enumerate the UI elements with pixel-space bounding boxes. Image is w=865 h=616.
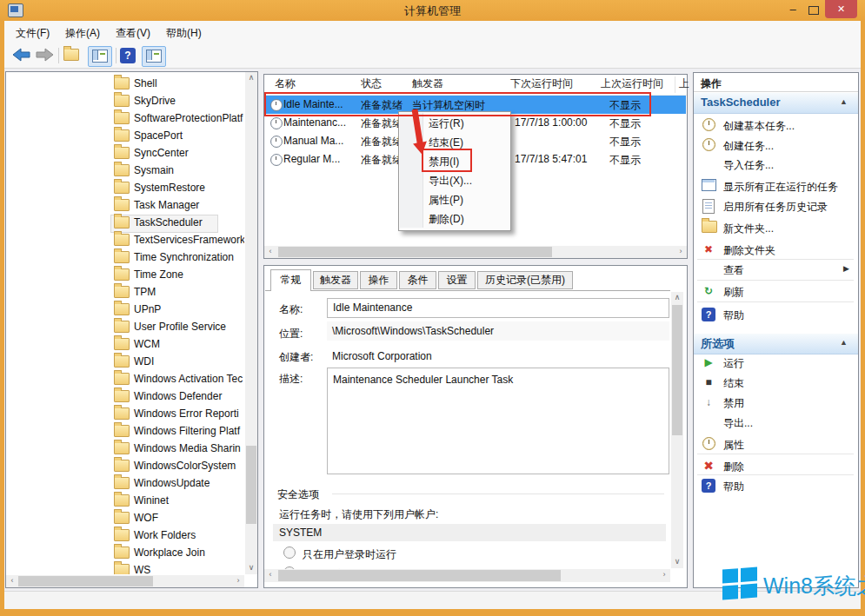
tree-hscroll-thumb[interactable]	[18, 576, 153, 586]
tree-item-windefender[interactable]: Windows Defender	[6, 388, 241, 406]
scroll-right-icon[interactable]: ›	[675, 246, 687, 258]
action-view[interactable]: 查看 ▶	[694, 260, 858, 280]
tree-item-winerrorreport[interactable]: Windows Error Reporti	[6, 406, 241, 423]
action-enable-task-history[interactable]: 启用所有任务历史记录	[694, 196, 858, 216]
action-import-task[interactable]: 导入任务...	[694, 155, 858, 175]
action-show-running-tasks[interactable]: 显示所有正在运行的任务	[694, 176, 858, 196]
action-new-folder[interactable]: 新文件夹...	[694, 218, 858, 238]
props-vscroll-thumb[interactable]	[672, 305, 682, 435]
column-divider[interactable]	[675, 76, 675, 93]
tree-item-winactivation[interactable]: Windows Activation Tec	[6, 371, 241, 388]
col-lastresult[interactable]: 上	[679, 76, 689, 91]
tree-item-winfiltering[interactable]: Windows Filtering Platf	[6, 423, 241, 440]
tree-item-userprofile[interactable]: User Profile Service	[6, 319, 241, 336]
action-run[interactable]: ▶ 运行	[694, 353, 858, 373]
tree-item-wincolorsystem[interactable]: WindowsColorSystem	[6, 458, 241, 475]
tab-general[interactable]: 常规	[270, 269, 311, 291]
tree-item-shell[interactable]: Shell	[6, 76, 241, 93]
scroll-up-icon[interactable]: ∧	[671, 292, 683, 304]
section-selected-item[interactable]: 所选项 ▲	[694, 334, 858, 354]
tree-vscroll-thumb[interactable]	[246, 446, 256, 524]
action-end[interactable]: ■ 结束	[694, 373, 858, 393]
action-pane-toggle[interactable]	[142, 46, 166, 67]
minimize-button[interactable]: –	[783, 3, 802, 17]
tree-item-workfolders[interactable]: Work Folders	[6, 527, 241, 545]
menu-help[interactable]: 帮助(H)	[166, 26, 202, 41]
menu-properties[interactable]: 属性(P)	[429, 190, 463, 209]
scroll-right-icon[interactable]: ›	[658, 569, 670, 581]
scroll-left-icon[interactable]: ‹	[6, 575, 18, 587]
tab-triggers[interactable]: 触发器	[313, 271, 358, 289]
tree-item-wcm[interactable]: WCM	[6, 336, 241, 354]
menu-end[interactable]: 结束(E)	[429, 133, 463, 152]
menu-view[interactable]: 查看(V)	[116, 26, 150, 41]
tree-item-textservices[interactable]: TextServicesFramework	[6, 232, 241, 249]
help-button[interactable]: ?	[120, 48, 143, 67]
tree-item-wdi[interactable]: WDI	[6, 354, 241, 371]
up-level-button[interactable]	[63, 49, 86, 68]
tree-item-softwareprotection[interactable]: SoftwareProtectionPlatf	[6, 110, 241, 128]
menu-file[interactable]: 文件(F)	[16, 26, 50, 41]
scroll-up-icon[interactable]: ∧	[245, 72, 257, 84]
radio-run-logged-on[interactable]	[283, 546, 296, 559]
action-delete[interactable]: ✖ 删除	[694, 456, 858, 476]
action-properties[interactable]: 属性	[694, 434, 858, 454]
props-vscrollbar[interactable]: ∧ ∨	[671, 292, 683, 568]
menu-export[interactable]: 导出(X)...	[429, 171, 472, 190]
tree-item-timesync[interactable]: Time Synchronization	[6, 249, 241, 267]
col-lastrun[interactable]: 上次运行时间	[601, 76, 663, 91]
tree-item-taskscheduler[interactable]: TaskScheduler	[6, 215, 241, 232]
tree-item-skydrive[interactable]: SkyDrive	[6, 93, 241, 110]
tree-item-taskmanager[interactable]: Task Manager	[6, 197, 241, 215]
tree-vscrollbar[interactable]: ∧ ∨	[245, 72, 257, 574]
menu-action[interactable]: 操作(A)	[65, 26, 100, 41]
tab-conditions[interactable]: 条件	[399, 271, 436, 289]
action-help-selected[interactable]: ? 帮助	[694, 476, 858, 496]
tree-item-ws[interactable]: WS	[6, 562, 241, 574]
tree-hscrollbar[interactable]: ‹ ›	[6, 575, 244, 587]
list-hscroll-thumb[interactable]	[278, 247, 552, 257]
col-nextrun[interactable]: 下次运行时间	[510, 76, 573, 91]
tree-item-wof[interactable]: WOF	[6, 510, 241, 527]
menu-disable[interactable]: 禁用(I)	[429, 152, 459, 171]
action-create-basic-task[interactable]: 创建基本任务...	[694, 116, 858, 136]
tree-item-tpm[interactable]: TPM	[6, 284, 241, 301]
tree-item-timezone[interactable]: Time Zone	[6, 267, 241, 284]
maximize-button[interactable]	[804, 3, 823, 17]
props-hscrollbar[interactable]: ‹ ›	[264, 569, 670, 582]
tree-item-wininet[interactable]: Wininet	[6, 493, 241, 510]
close-button[interactable]: ✕	[825, 0, 857, 18]
props-hscroll-thumb[interactable]	[278, 570, 561, 581]
scroll-right-icon[interactable]: ›	[232, 575, 244, 587]
back-button[interactable]	[11, 46, 34, 65]
col-name[interactable]: 名称	[275, 76, 296, 91]
action-help[interactable]: ? 帮助	[694, 305, 858, 325]
collapse-icon[interactable]: ▲	[840, 97, 848, 106]
tree-item-spaceport[interactable]: SpacePort	[6, 128, 241, 145]
scroll-left-icon[interactable]: ‹	[264, 569, 276, 581]
section-taskscheduler[interactable]: TaskScheduler ▲	[694, 93, 858, 114]
tab-actions[interactable]: 操作	[360, 271, 397, 289]
action-export[interactable]: 导出...	[694, 413, 858, 433]
console-tree-toggle[interactable]	[88, 46, 112, 67]
col-trigger[interactable]: 触发器	[412, 76, 443, 91]
tree-item-sysmain[interactable]: Sysmain	[6, 162, 241, 180]
list-hscrollbar[interactable]: ‹ ›	[264, 246, 687, 258]
tab-history[interactable]: 历史记录(已禁用)	[477, 271, 573, 289]
scroll-down-icon[interactable]: ∨	[245, 562, 257, 574]
tree-item-workplacejoin[interactable]: Workplace Join	[6, 545, 241, 562]
tree-item-winupdate[interactable]: WindowsUpdate	[6, 475, 241, 493]
scroll-left-icon[interactable]: ‹	[264, 246, 276, 258]
action-create-task[interactable]: 创建任务...	[694, 136, 858, 156]
action-refresh[interactable]: ↻ 刷新	[694, 282, 858, 301]
forward-button[interactable]	[34, 46, 57, 65]
collapse-icon[interactable]: ▲	[840, 338, 848, 347]
scroll-down-icon[interactable]: ∨	[671, 556, 683, 568]
tree-item-synccenter[interactable]: SyncCenter	[6, 145, 241, 162]
tab-settings[interactable]: 设置	[438, 271, 476, 289]
menu-delete[interactable]: 删除(D)	[429, 209, 464, 229]
description-box[interactable]: Maintenance Scheduler Launcher Task	[327, 368, 669, 474]
tree-item-systemrestore[interactable]: SystemRestore	[6, 180, 241, 197]
action-delete-folder[interactable]: ✖ 删除文件夹	[694, 240, 858, 260]
menu-run[interactable]: 运行(R)	[429, 114, 464, 133]
